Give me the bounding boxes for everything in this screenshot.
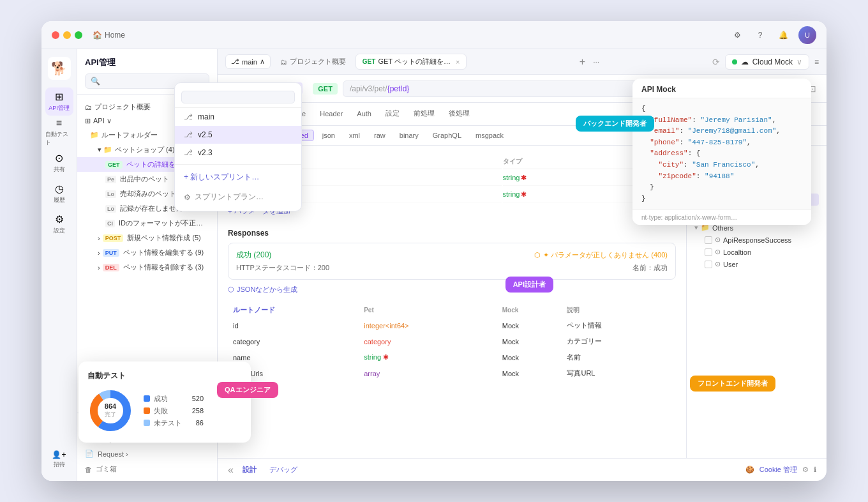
json-line-2: "fullName": "Jeremy Parisian", [641, 115, 802, 126]
sidebar-item-shared[interactable]: ⊙ 共有 [45, 149, 73, 177]
sprint-settings-label: スプリントプラン… [195, 192, 264, 202]
invite-button[interactable]: 👤+ 招待 [45, 445, 73, 473]
branch-icon: ⎇ [231, 57, 239, 66]
del-badge: DEL [103, 264, 119, 271]
tooltip-qa: QAエンジニア [217, 382, 278, 398]
dropdown-sprint-settings[interactable]: ⚙ スプリントプラン… [175, 187, 301, 207]
generate-from-json-button[interactable]: ⬡ JSONなどから生成 [228, 285, 676, 294]
legend-fail-dot [144, 407, 150, 414]
tree-project-label: プロジェクト概要 [94, 102, 151, 112]
tree-footer-request[interactable]: 📄 Request › [85, 448, 209, 460]
dropdown-add-sprint[interactable]: + 新しいスプリント… [175, 167, 301, 187]
location-checkbox[interactable] [705, 248, 712, 256]
cloud-status-dot [732, 59, 737, 65]
body-type-json[interactable]: json [317, 130, 341, 141]
sub-tab-pre[interactable]: 前処理 [407, 106, 441, 122]
tree-item2-label: 売却済みのペット [120, 189, 176, 199]
cookie-manage-label[interactable]: Cookie 管理 [760, 465, 797, 475]
schema-item-apiresponse[interactable]: ⊙ ApiResponseSuccess [694, 234, 819, 246]
api-icon: ⊞ [55, 91, 63, 103]
add-tab-button[interactable]: + [577, 56, 588, 68]
body-type-msgpack[interactable]: msgpack [470, 130, 509, 141]
json-line-1: { [641, 103, 802, 115]
sidebar-item-autotest[interactable]: ≡ 自動テスト [45, 118, 73, 146]
tab-close-icon[interactable]: × [456, 58, 460, 66]
tree-item-post-pet[interactable]: › POST 新規ペット情報作成 (5) [77, 231, 217, 245]
schema-item-location[interactable]: ⊙ Localtion [694, 246, 819, 258]
tree-footer-request-label: Request › [98, 450, 128, 458]
get-tab-icon: GET [363, 58, 376, 65]
bottom-tab-design[interactable]: 設計 [239, 464, 260, 476]
minimize-button[interactable] [63, 31, 71, 39]
schema-location-label: Localtion [723, 248, 751, 256]
body-type-graphql[interactable]: GraphQL [427, 130, 467, 141]
apiresponse-checkbox[interactable] [705, 236, 712, 244]
settings-icon[interactable]: ⚙ [730, 27, 745, 43]
home-link[interactable]: 🏠 Home [93, 31, 125, 40]
sync-icon[interactable]: ⟳ [712, 57, 720, 67]
sidebar-item-api[interactable]: ⊞ API管理 [45, 87, 73, 116]
generate-icon: ⬡ [228, 285, 234, 294]
menu-button[interactable]: ≡ [814, 57, 819, 66]
bell-icon[interactable]: 🔔 [775, 27, 791, 43]
sub-tab-header[interactable]: Header [313, 107, 349, 121]
body-type-binary[interactable]: binary [394, 130, 424, 141]
tree-item-put-pet[interactable]: › PUT ペット情報を編集する (9) [77, 245, 217, 260]
question-icon[interactable]: ? [752, 27, 768, 43]
home-label: Home [105, 31, 125, 40]
dropdown-search-input[interactable] [181, 91, 295, 103]
user-checkbox[interactable] [705, 261, 712, 268]
route-desc-photourls: 写真URL [563, 366, 675, 381]
dropdown-item-v23[interactable]: ⎇ v2.3 [175, 144, 301, 162]
autotest-icon: ≡ [56, 118, 62, 129]
body-type-raw[interactable]: raw [368, 130, 391, 141]
tab-bar: ⎇ main ∧ 🗂 プロジェクト概要 GET GET ペットの詳細を… × +… [218, 49, 827, 75]
tab-project[interactable]: 🗂 プロジェクト概要 [273, 54, 353, 70]
response-http-label: HTTPステータスコード：200 [236, 263, 329, 273]
cloud-mock-indicator[interactable]: ☁ Cloud Mock ∨ [725, 54, 809, 70]
schema-item-user[interactable]: ⊙ User [694, 258, 819, 270]
route-name-category: category [229, 334, 359, 349]
route-col-desc: 説明 [563, 303, 675, 317]
sidebar-item-settings[interactable]: ⚙ 設定 [45, 210, 73, 238]
legend-fail-value: 258 [186, 407, 204, 415]
tab-get-pet[interactable]: GET GET ペットの詳細を… × [355, 54, 467, 70]
avatar[interactable]: U [798, 26, 816, 44]
route-col-name: ルートノード [229, 303, 359, 317]
branch-dropdown-menu: ⎇ main ⎇ v2.5 ⎇ v2.3 + 新しいスプリント… ⚙ スプリント… [174, 82, 302, 211]
legend-success: 成功 520 [144, 394, 204, 404]
response-code-200: 成功 (200) [236, 250, 271, 261]
bottom-info-icon[interactable]: ℹ [814, 466, 816, 474]
body-type-xml[interactable]: xml [343, 130, 366, 141]
dropdown-search[interactable] [175, 87, 301, 108]
sub-tab-auth[interactable]: Auth [350, 107, 378, 121]
donut-chart: 864 完了 [87, 388, 133, 434]
put-badge: PUT [103, 249, 119, 257]
more-tabs-button[interactable]: ··· [590, 57, 602, 66]
dropdown-item-main[interactable]: ⎇ main [175, 108, 301, 126]
bottom-settings-icon[interactable]: ⚙ [802, 466, 809, 474]
bottom-prev-button[interactable]: « [228, 464, 234, 476]
invite-label: 招待 [54, 460, 65, 469]
tree-item-item4[interactable]: CI IDのフォーマットが不正… [77, 216, 217, 231]
json-line-3: "email": "Jeremy718@gmail.com", [641, 126, 802, 137]
sidebar-item-history[interactable]: ◷ 履歴 [45, 179, 73, 208]
tree-item-del-pet[interactable]: › DEL ペット情報を削除する (3) [77, 260, 217, 275]
maximize-button[interactable] [75, 31, 82, 39]
tree-petshop-label: ペットショップ (4) [115, 145, 175, 155]
user-model-icon: ⊙ [715, 260, 721, 268]
history-icon: ◷ [55, 183, 64, 195]
responses-title: Responses [228, 229, 676, 238]
tree-footer-trash-label: ゴミ箱 [96, 464, 117, 474]
sub-tab-post[interactable]: 後処理 [442, 106, 476, 122]
route-mock-category: Mock [498, 334, 562, 349]
json-line-6: "city": "San Francisco", [641, 160, 802, 171]
sub-tab-settings[interactable]: 設定 [379, 106, 406, 122]
tree-footer-trash[interactable]: 🗑 ゴミ箱 [85, 462, 209, 476]
close-button[interactable] [52, 31, 59, 39]
branch-dropdown[interactable]: ⎇ main ∧ [225, 54, 271, 69]
bottom-tab-debug[interactable]: デバッグ [266, 464, 301, 476]
route-nodes-section: ルートノード Pet Mock 説明 id integer<int64> [228, 302, 676, 382]
dropdown-item-v25[interactable]: ⎇ v2.5 [175, 126, 301, 144]
api-mock-card: API Mock { "fullName": "Jeremy Parisian"… [632, 79, 811, 225]
